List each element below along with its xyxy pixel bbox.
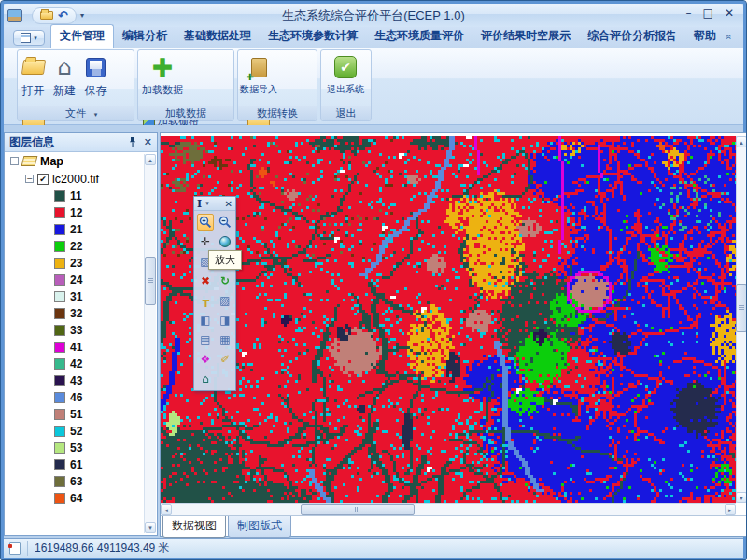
ribbon-group-data-convert: ✚ 数据导入 ↻ 数据导出 数据转换	[237, 49, 317, 121]
tab-data-view[interactable]: 数据视图	[162, 516, 226, 538]
map-horizontal-scrollbar[interactable]: ◄ ►	[161, 503, 736, 515]
scrollbar-thumb[interactable]	[736, 284, 747, 332]
scroll-down-icon[interactable]: ▼	[736, 492, 747, 503]
legend-swatch	[54, 459, 65, 470]
scroll-left-icon[interactable]: ◄	[161, 504, 172, 515]
tab-eco-parameter-calc[interactable]: 生态环境参数计算	[260, 25, 366, 48]
legend-value: 32	[70, 307, 82, 320]
legend-item[interactable]: 61	[5, 456, 157, 473]
tab-basic-data-processing[interactable]: 基础数据处理	[176, 25, 260, 48]
chevron-down-icon[interactable]: ▾	[205, 200, 209, 207]
close-button[interactable]: ✕	[725, 7, 734, 19]
legend-item[interactable]: 43	[5, 372, 157, 389]
tool-full-extent[interactable]	[217, 233, 233, 250]
tool-clear-selection[interactable]: ✖	[197, 273, 214, 289]
layer-panel-title: 图层信息	[9, 134, 54, 150]
legend-item[interactable]: 21	[5, 221, 157, 238]
legend-item[interactable]: 41	[5, 339, 157, 356]
expander-icon[interactable]: −	[10, 157, 19, 165]
data-import-button[interactable]: ✚ 数据导入	[240, 52, 277, 106]
application-menu-button[interactable]: ▾	[13, 30, 45, 46]
legend-item[interactable]: 51	[5, 406, 157, 423]
layer-panel-scrollbar[interactable]: ▲ ▼	[144, 154, 156, 533]
window-title: 生态系统综合评价平台(ECEP 1.0)	[4, 7, 743, 24]
pin-icon[interactable]	[128, 136, 137, 147]
tool-select-rectangle[interactable]: ▦	[217, 331, 233, 348]
ribbon-group-exit: ✔ 退出系统 退出	[320, 49, 372, 121]
tool-previous-extent[interactable]: ◧	[197, 312, 214, 329]
tool-sketch-brush[interactable]: ✐	[217, 351, 233, 368]
scrollbar-thumb[interactable]	[145, 257, 156, 305]
tool-zoom-out[interactable]	[217, 214, 233, 231]
scroll-down-icon[interactable]: ▼	[145, 522, 156, 533]
legend-item[interactable]: 23	[5, 255, 157, 272]
legend-item[interactable]: 63	[5, 473, 157, 490]
layer-name-label: lc2000.tif	[52, 173, 99, 186]
tree-node-layer[interactable]: − ✔ lc2000.tif	[5, 170, 157, 188]
legend-item[interactable]: 32	[5, 305, 157, 322]
legend-value: 11	[70, 189, 82, 203]
exit-system-button[interactable]: ✔ 退出系统	[323, 52, 368, 106]
plus-circle-icon: ✚	[247, 72, 254, 82]
new-button[interactable]: ⌂ 新建	[50, 52, 78, 106]
legend-swatch	[54, 442, 65, 454]
minimize-button[interactable]: –	[686, 7, 692, 19]
legend-item[interactable]: 52	[5, 423, 157, 440]
maximize-button[interactable]: □	[703, 7, 713, 19]
red-x-icon: ✖	[201, 275, 210, 287]
tool-next-extent[interactable]: ◨	[217, 312, 233, 329]
tool-viewer-window[interactable]: ▤	[197, 331, 214, 348]
map-tools-toolbar: I ▾ ✕	[193, 196, 236, 391]
tree-node-map[interactable]: − Map	[5, 152, 157, 170]
legend-item[interactable]: 64	[5, 490, 157, 507]
open-button[interactable]: 打开	[20, 52, 47, 106]
content-area: 图层信息 ✕ − Map − ✔ lc200	[4, 125, 743, 538]
legend-swatch	[54, 258, 65, 269]
tab-result-spatiotemporal[interactable]: 评价结果时空展示	[472, 25, 579, 48]
title-bar: ↶ ▾ 生态系统综合评价平台(ECEP 1.0) – □ ✕	[4, 4, 743, 27]
legend-value: 24	[70, 273, 82, 287]
legend-item[interactable]: 11	[5, 188, 157, 204]
scrollbar-thumb[interactable]	[301, 504, 415, 515]
legend-item[interactable]: 53	[5, 440, 157, 456]
toolbar-title-bar[interactable]: I ▾ ✕	[194, 197, 235, 211]
tab-file-management[interactable]: 文件管理	[50, 24, 114, 48]
tab-edit-analysis[interactable]: 编辑分析	[114, 25, 176, 48]
legend-item[interactable]: 24	[5, 272, 157, 288]
tab-help[interactable]: 帮助	[685, 25, 725, 48]
legend-item[interactable]: 31	[5, 288, 157, 305]
toolbar-close-icon[interactable]: ✕	[225, 199, 233, 209]
scroll-right-icon[interactable]: ►	[725, 504, 736, 515]
tool-identify[interactable]: ⌂	[197, 371, 214, 387]
load-data-button[interactable]: ✚ 加载数据	[140, 52, 185, 106]
group-label-load-data: 加载数据	[138, 106, 233, 120]
tool-select-features[interactable]: ▨	[217, 292, 233, 309]
save-button[interactable]: 保存 ▾	[82, 52, 109, 106]
legend-item[interactable]: 12	[5, 204, 157, 221]
map-raster-canvas[interactable]	[161, 136, 736, 503]
scroll-up-icon[interactable]: ▲	[736, 136, 747, 147]
scroll-up-icon[interactable]: ▲	[145, 154, 156, 165]
legend-item[interactable]: 46	[5, 389, 157, 406]
legend-item[interactable]: 22	[5, 238, 157, 255]
legend-swatch	[54, 426, 65, 437]
save-dropdown-icon[interactable]: ▾	[94, 111, 98, 119]
tool-pan[interactable]: ✛	[197, 233, 214, 250]
layer-checkbox[interactable]: ✔	[37, 174, 49, 185]
tool-zoom-in[interactable]	[197, 214, 214, 231]
collapse-ribbon-icon[interactable]: «	[725, 35, 735, 40]
expander-icon[interactable]: −	[25, 175, 34, 183]
tool-refresh-view[interactable]: ↻	[217, 273, 233, 289]
legend-item[interactable]: 42	[5, 356, 157, 372]
tool-measure[interactable]: ┳	[197, 292, 214, 309]
map-vertical-scrollbar[interactable]: ▲ ▼	[736, 136, 747, 503]
tab-layout-view[interactable]: 制图版式	[228, 516, 291, 538]
legend-swatch	[54, 409, 65, 420]
tool-layer-symbols[interactable]: ❖	[197, 351, 214, 368]
tab-comprehensive-report[interactable]: 综合评价分析报告	[579, 25, 685, 48]
panel-close-icon[interactable]: ✕	[144, 137, 152, 147]
group-label-data-convert: 数据转换	[238, 106, 317, 120]
legend-swatch	[54, 241, 65, 252]
legend-item[interactable]: 33	[5, 322, 157, 339]
tab-eco-quality-eval[interactable]: 生态环境质量评价	[366, 25, 472, 48]
